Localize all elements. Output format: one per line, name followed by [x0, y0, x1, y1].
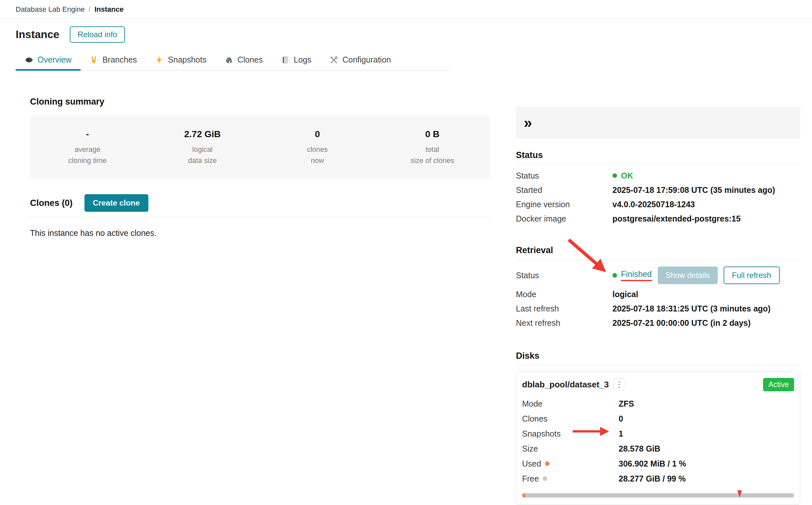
tab-branches[interactable]: Branches: [81, 50, 146, 71]
status-ok-dot-icon: [612, 173, 617, 178]
tab-snapshots[interactable]: Snapshots: [146, 50, 216, 71]
disk-usage-used-segment: [522, 493, 526, 498]
disk-card: dblab_pool/dataset_3 ⋮ Active Mode ZFS C…: [516, 371, 800, 505]
stat-clones-now: 0 clones now: [260, 129, 375, 166]
stat-value: -: [30, 129, 145, 140]
show-details-button[interactable]: Show details: [658, 267, 718, 284]
retrieval-finished-value: Finished: [621, 270, 652, 281]
clones-empty-message: This instance has no active clones.: [30, 228, 490, 238]
disk-free-row: Free 28.277 GiB / 99 %: [522, 471, 794, 486]
used-dot-icon: [545, 461, 550, 466]
disk-menu-button[interactable]: ⋮: [613, 379, 625, 390]
create-clone-button[interactable]: Create clone: [85, 194, 148, 212]
retrieval-status-row: Status Finished Show details Full refres…: [516, 265, 800, 286]
stat-label: total size of clones: [375, 144, 490, 166]
disks-divider: [516, 365, 800, 365]
engine-version-row: Engine version v4.0.0-20250718-1243: [516, 197, 800, 211]
breadcrumb-separator: /: [89, 5, 91, 14]
disk-size-row: Size 28.578 GiB: [522, 441, 794, 456]
main-content: Cloning summary - average cloning time 2…: [0, 71, 812, 505]
full-refresh-button[interactable]: Full refresh: [724, 267, 780, 284]
status-divider: [516, 164, 800, 165]
tools-icon: [330, 56, 338, 64]
tab-clones[interactable]: Clones: [216, 50, 272, 71]
disk-snapshots-row: Snapshots 1: [522, 426, 794, 441]
stat-value: 2.72 GiB: [145, 129, 260, 140]
right-sidebar: » Status Status OK Started 2: [516, 71, 800, 505]
tab-branches-label: Branches: [102, 55, 137, 64]
disk-active-badge: Active: [763, 378, 794, 391]
tab-logs[interactable]: Logs: [272, 50, 321, 71]
disks-section-title: Disks: [516, 351, 800, 361]
page-title: Instance: [16, 28, 60, 41]
stat-label: average cloning time: [30, 144, 145, 166]
docker-image-row: Docker image postgresai/extended-postgre…: [516, 211, 800, 226]
page: Database Lab Engine / Instance Instance …: [0, 0, 812, 505]
lightning-icon: [155, 56, 164, 64]
retrieval-section-title: Retrieval: [516, 245, 800, 256]
breadcrumb-parent-link[interactable]: Database Lab Engine: [16, 5, 85, 14]
tab-overview-label: Overview: [37, 55, 72, 64]
tab-bar: Overview Branches Snapshots Clones Logs: [16, 50, 449, 71]
tab-configuration-label: Configuration: [342, 55, 391, 64]
cloning-summary-title: Cloning summary: [30, 97, 490, 107]
cloning-summary-stats: - average cloning time 2.72 GiB logical …: [30, 115, 490, 179]
page-header: Instance Reload info: [0, 19, 812, 43]
free-dot-icon: [543, 476, 547, 481]
annotation-bar-marker: [737, 490, 742, 498]
stat-label: logical data size: [145, 144, 260, 166]
started-row: Started 2025-07-18 17:59:08 UTC (35 minu…: [516, 183, 800, 197]
disk-mode-row: Mode ZFS: [522, 396, 794, 411]
disks-section: Disks dblab_pool/dataset_3 ⋮ Active Mode…: [516, 351, 800, 505]
tab-clones-label: Clones: [237, 55, 263, 64]
sidebar-collapse-bar: »: [516, 107, 800, 139]
tab-configuration[interactable]: Configuration: [321, 50, 400, 71]
disk-name: dblab_pool/dataset_3: [522, 379, 609, 390]
status-state-row: Status OK: [516, 168, 800, 183]
stat-value: 0 B: [375, 129, 490, 140]
reload-info-button[interactable]: Reload info: [70, 26, 125, 43]
notebook-icon: [281, 56, 289, 64]
stat-total-size-of-clones: 0 B total size of clones: [375, 129, 490, 166]
retrieval-divider: [516, 259, 800, 260]
stat-logical-data-size: 2.72 GiB logical data size: [145, 129, 260, 166]
eye-icon: [25, 56, 33, 64]
stat-value: 0: [260, 129, 375, 140]
retrieval-finished-dot-icon: [612, 273, 617, 278]
breadcrumb: Database Lab Engine / Instance: [16, 5, 796, 14]
status-ok-value: OK: [621, 171, 633, 180]
kebab-menu-icon: ⋮: [615, 380, 623, 389]
tab-logs-label: Logs: [294, 55, 312, 64]
clones-header: Clones (0) Create clone: [30, 194, 490, 212]
retrieval-mode-row: Mode logical: [516, 287, 800, 301]
disk-used-row: Used 306.902 MiB / 1 %: [522, 456, 794, 471]
breadcrumb-current: Instance: [95, 5, 124, 14]
hand-victory-icon: [90, 56, 98, 64]
retrieval-section: Retrieval Status Finished Show details F…: [516, 245, 800, 330]
disk-usage-bar: [522, 493, 794, 498]
disk-clones-row: Clones 0: [522, 411, 794, 426]
tab-overview[interactable]: Overview: [16, 50, 81, 71]
status-section: Status Status OK Started 2025-07-18 17:5…: [516, 150, 800, 226]
disk-card-header: dblab_pool/dataset_3 ⋮ Active: [522, 377, 794, 392]
status-state-label: Status: [516, 171, 612, 180]
left-column: Cloning summary - average cloning time 2…: [30, 71, 490, 505]
status-section-title: Status: [516, 150, 800, 160]
collapse-sidebar-icon[interactable]: »: [524, 115, 532, 130]
clones-title: Clones (0): [30, 198, 73, 208]
elephant-icon: [225, 56, 233, 64]
stat-label: clones now: [260, 144, 375, 166]
tab-snapshots-label: Snapshots: [168, 55, 206, 64]
clones-divider: [30, 217, 490, 217]
topbar: Database Lab Engine / Instance: [0, 0, 812, 19]
next-refresh-row: Next refresh 2025-07-21 00:00:00 UTC (in…: [516, 316, 800, 330]
stat-average-cloning-time: - average cloning time: [30, 129, 145, 166]
last-refresh-row: Last refresh 2025-07-18 18:31:25 UTC (3 …: [516, 301, 800, 316]
retrieval-status-label: Status: [516, 271, 612, 280]
